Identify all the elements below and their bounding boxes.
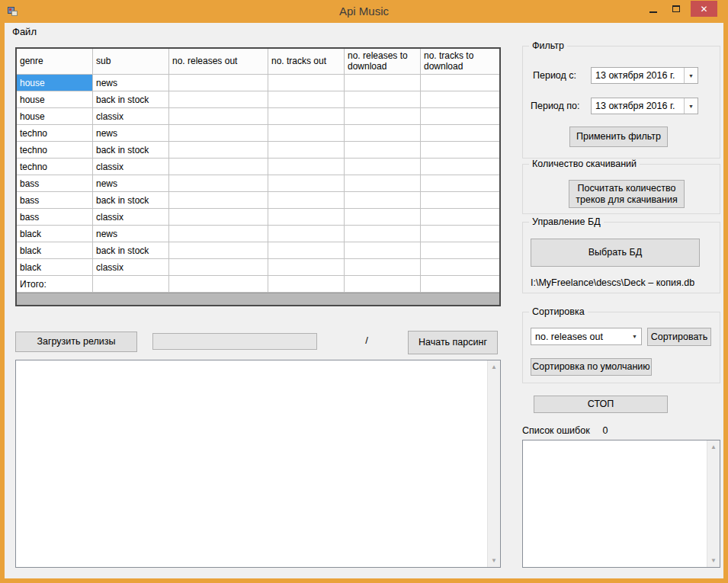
maximize-icon <box>672 5 680 12</box>
menu-item-file[interactable]: Файл <box>5 24 44 40</box>
window-title: Api Music <box>0 5 728 18</box>
count-tracks-button[interactable]: Посчитать количество треков для скачиван… <box>569 180 685 208</box>
table-row[interactable]: bass back in stock <box>17 192 499 209</box>
progress-counter-separator: / <box>351 335 382 346</box>
default-sort-button[interactable]: Сортировка по умолчанию <box>531 358 652 376</box>
releases-grid[interactable]: genre sub no. releases out no. tracks ou… <box>15 47 501 306</box>
cell-sub[interactable]: news <box>93 75 169 91</box>
errors-list-label: Список ошибок <box>522 425 590 436</box>
calendar-dropdown-icon[interactable]: ▼ <box>684 98 698 114</box>
chevron-down-icon[interactable]: ▼ <box>628 328 641 344</box>
cell-genre[interactable]: bass <box>17 209 93 226</box>
period-to-datepicker[interactable]: 13 октября 2016 г. ▼ <box>591 98 698 114</box>
cell-sub[interactable]: classix <box>93 108 169 125</box>
errors-count: 0 <box>590 425 621 436</box>
table-row[interactable]: house back in stock <box>17 91 499 108</box>
load-releases-button[interactable]: Загрузить релизы <box>15 332 137 352</box>
column-header-tracks-out[interactable]: no. tracks out <box>268 49 345 75</box>
errors-list-textarea[interactable]: ▲ ▼ <box>522 440 720 568</box>
cell-genre-total[interactable]: Итого: <box>17 276 93 293</box>
menu-bar: Файл <box>5 23 723 40</box>
client-area: Файл genre sub no. releases out no. trac… <box>5 23 723 578</box>
cell-genre[interactable]: black <box>17 242 93 259</box>
cell-sub[interactable]: news <box>93 226 169 242</box>
calendar-dropdown-icon[interactable]: ▼ <box>684 68 698 83</box>
sort-column-value: no. releases out <box>531 332 628 342</box>
db-path-label: I:\MyFreelance\descs\Deck – копия.db <box>531 277 694 288</box>
downloads-group-title: Количество скачиваний <box>529 159 640 169</box>
select-db-button[interactable]: Выбрать БД <box>531 239 700 267</box>
cell-genre[interactable]: black <box>17 259 93 276</box>
cell-genre[interactable]: techno <box>17 159 93 175</box>
filter-group-title: Фильтр <box>529 40 567 51</box>
cell-genre[interactable]: house <box>17 91 93 108</box>
cell-genre[interactable]: bass <box>17 175 93 192</box>
column-header-releases-to-download[interactable]: no. releases to download <box>345 49 421 75</box>
cell-sub[interactable]: back in stock <box>93 142 169 159</box>
cell-sub[interactable]: news <box>93 175 169 192</box>
grid-header-row: genre sub no. releases out no. tracks ou… <box>17 49 499 75</box>
cell-sub[interactable] <box>93 276 169 293</box>
stop-button[interactable]: СТОП <box>534 396 668 413</box>
cell-genre[interactable]: bass <box>17 192 93 209</box>
cell-genre[interactable]: techno <box>17 125 93 142</box>
table-row[interactable]: house news <box>17 75 499 91</box>
output-log-textarea[interactable]: ▲ ▼ <box>15 360 501 568</box>
column-header-genre[interactable]: genre <box>17 49 93 75</box>
cell-genre[interactable]: house <box>17 75 93 91</box>
table-row[interactable]: techno news <box>17 125 499 142</box>
cell-sub[interactable]: back in stock <box>93 192 169 209</box>
cell-sub[interactable]: classix <box>93 209 169 226</box>
db-group-title: Управление БД <box>529 216 604 227</box>
period-from-label: Период с: <box>533 70 576 81</box>
maximize-button[interactable] <box>665 1 688 17</box>
column-header-releases-out[interactable]: no. releases out <box>169 49 268 75</box>
table-row[interactable]: techno classix <box>17 159 499 175</box>
close-button[interactable]: ✕ <box>691 1 717 17</box>
table-row[interactable]: bass classix <box>17 209 499 226</box>
cell-sub[interactable]: back in stock <box>93 242 169 259</box>
errors-scrollbar[interactable]: ▲ ▼ <box>707 440 720 567</box>
period-to-label: Период по: <box>531 101 580 111</box>
table-row[interactable]: black back in stock <box>17 242 499 259</box>
sorting-group-title: Сортировка <box>529 306 588 317</box>
column-header-sub[interactable]: sub <box>93 49 169 75</box>
scroll-down-icon[interactable]: ▼ <box>488 554 500 567</box>
title-bar: Api Music ✕ <box>0 0 728 23</box>
table-row[interactable]: black classix <box>17 259 499 276</box>
table-row[interactable]: black news <box>17 226 499 242</box>
cell-sub[interactable]: back in stock <box>93 91 169 108</box>
cell-genre[interactable]: house <box>17 108 93 125</box>
table-row[interactable]: bass news <box>17 175 499 192</box>
start-parsing-button[interactable]: Начать парсинг <box>408 331 498 354</box>
cell-sub[interactable]: news <box>93 125 169 142</box>
cell-sub[interactable]: classix <box>93 259 169 276</box>
scroll-down-icon[interactable]: ▼ <box>707 554 720 567</box>
minimize-icon <box>649 11 657 13</box>
sort-button[interactable]: Сортировать <box>647 328 711 346</box>
table-row[interactable]: techno back in stock <box>17 142 499 159</box>
output-log-scrollbar[interactable]: ▲ ▼ <box>487 360 500 567</box>
period-to-value: 13 октября 2016 г. <box>592 101 684 111</box>
scroll-up-icon[interactable]: ▲ <box>488 360 500 373</box>
cell-genre[interactable]: black <box>17 226 93 242</box>
column-header-tracks-to-download[interactable]: no. tracks to download <box>421 49 499 75</box>
table-row-total[interactable]: Итого: <box>17 276 499 293</box>
minimize-button[interactable] <box>642 1 665 17</box>
parsing-progress-bar <box>152 333 317 350</box>
table-row[interactable]: house classix <box>17 108 499 125</box>
sort-column-select[interactable]: no. releases out ▼ <box>531 328 642 345</box>
period-from-datepicker[interactable]: 13 октября 2016 г. ▼ <box>591 67 698 84</box>
grid-empty-area <box>17 293 499 305</box>
close-icon: ✕ <box>700 4 707 14</box>
cell-sub[interactable]: classix <box>93 159 169 175</box>
apply-filter-button[interactable]: Применить фильтр <box>569 127 668 147</box>
period-from-value: 13 октября 2016 г. <box>592 70 684 81</box>
cell-genre[interactable]: techno <box>17 142 93 159</box>
scroll-up-icon[interactable]: ▲ <box>707 440 720 453</box>
